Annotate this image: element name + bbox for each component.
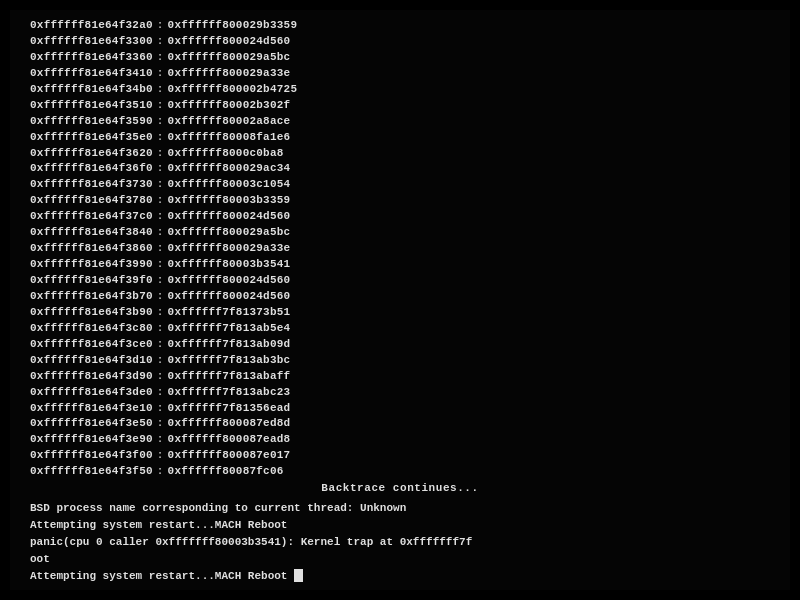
- memory-line: 0xffffff81e64f3620 : 0xffffff8000c0ba8: [30, 146, 770, 162]
- memory-value: 0xffffff7f813ab5e4: [168, 321, 291, 337]
- memory-address: 0xffffff81e64f3e50: [30, 416, 153, 432]
- memory-value: 0xffffff80008fa1e6: [168, 130, 291, 146]
- memory-address: 0xffffff81e64f3730: [30, 177, 153, 193]
- memory-value: 0xffffff80087fc06: [168, 464, 284, 480]
- memory-value: 0xffffff7f81356ead: [168, 401, 291, 417]
- memory-line: 0xffffff81e64f3300 : 0xffffff800024d560: [30, 34, 770, 50]
- memory-address: 0xffffff81e64f3620: [30, 146, 153, 162]
- memory-address: 0xffffff81e64f3300: [30, 34, 153, 50]
- memory-line: 0xffffff81e64f3d10 : 0xffffff7f813ab3bc: [30, 353, 770, 369]
- backtrace-continues: Backtrace continues...: [30, 482, 770, 494]
- memory-address: 0xffffff81e64f3b90: [30, 305, 153, 321]
- memory-address: 0xffffff81e64f32a0: [30, 18, 153, 34]
- memory-address: 0xffffff81e64f3e10: [30, 401, 153, 417]
- system-messages-section: BSD process name corresponding to curren…: [30, 500, 770, 585]
- memory-address: 0xffffff81e64f36f0: [30, 161, 153, 177]
- memory-line: 0xffffff81e64f3f00 : 0xffffff800087e017: [30, 448, 770, 464]
- memory-dump-section: 0xffffff81e64f32a0 : 0xffffff800029b3359…: [30, 18, 770, 480]
- memory-line: 0xffffff81e64f37c0 : 0xffffff800024d560: [30, 209, 770, 225]
- terminal-cursor: [294, 569, 303, 582]
- memory-value: 0xffffff800024d560: [168, 289, 291, 305]
- memory-line: 0xffffff81e64f3840 : 0xffffff800029a5bc: [30, 225, 770, 241]
- memory-line: 0xffffff81e64f3c80 : 0xffffff7f813ab5e4: [30, 321, 770, 337]
- memory-address: 0xffffff81e64f3840: [30, 225, 153, 241]
- memory-value: 0xffffff80002a8ace: [168, 114, 291, 130]
- memory-value: 0xffffff800087e017: [168, 448, 291, 464]
- memory-line: 0xffffff81e64f3860 : 0xffffff800029a33e: [30, 241, 770, 257]
- memory-line: 0xffffff81e64f32a0 : 0xffffff800029b3359: [30, 18, 770, 34]
- memory-value: 0xffffff7f81373b51: [168, 305, 291, 321]
- memory-address: 0xffffff81e64f3f50: [30, 464, 153, 480]
- memory-address: 0xffffff81e64f3780: [30, 193, 153, 209]
- memory-address: 0xffffff81e64f3360: [30, 50, 153, 66]
- memory-address: 0xffffff81e64f34b0: [30, 82, 153, 98]
- memory-address: 0xffffff81e64f3de0: [30, 385, 153, 401]
- memory-value: 0xffffff80003b3541: [168, 257, 291, 273]
- memory-address: 0xffffff81e64f35e0: [30, 130, 153, 146]
- memory-address: 0xffffff81e64f3ce0: [30, 337, 153, 353]
- memory-line: 0xffffff81e64f3b90 : 0xffffff7f81373b51: [30, 305, 770, 321]
- memory-line: 0xffffff81e64f3f50 : 0xffffff80087fc06: [30, 464, 770, 480]
- memory-value: 0xffffff800024d560: [168, 273, 291, 289]
- memory-address: 0xffffff81e64f3c80: [30, 321, 153, 337]
- memory-line: 0xffffff81e64f3de0 : 0xffffff7f813abc23: [30, 385, 770, 401]
- memory-line: 0xffffff81e64f3730 : 0xffffff80003c1054: [30, 177, 770, 193]
- memory-value: 0xffffff800002b4725: [168, 82, 298, 98]
- memory-value: 0xffffff800087ead8: [168, 432, 291, 448]
- memory-value: 0xffffff800029ac34: [168, 161, 291, 177]
- memory-value: 0xffffff800029b3359: [168, 18, 298, 34]
- memory-value: 0xffffff7f813abc23: [168, 385, 291, 401]
- memory-value: 0xffffff800087ed8d: [168, 416, 291, 432]
- memory-line: 0xffffff81e64f3510 : 0xffffff80002b302f: [30, 98, 770, 114]
- memory-line: 0xffffff81e64f3780 : 0xffffff80003b3359: [30, 193, 770, 209]
- memory-line: 0xffffff81e64f3590 : 0xffffff80002a8ace: [30, 114, 770, 130]
- memory-line: 0xffffff81e64f36f0 : 0xffffff800029ac34: [30, 161, 770, 177]
- memory-address: 0xffffff81e64f3510: [30, 98, 153, 114]
- terminal-screen: 0xffffff81e64f32a0 : 0xffffff800029b3359…: [10, 10, 790, 590]
- memory-value: 0xffffff800029a5bc: [168, 225, 291, 241]
- memory-line: 0xffffff81e64f3b70 : 0xffffff800024d560: [30, 289, 770, 305]
- system-message-line: Attempting system restart...MACH Reboot: [30, 568, 770, 585]
- memory-line: 0xffffff81e64f3e50 : 0xffffff800087ed8d: [30, 416, 770, 432]
- memory-value: 0xffffff7f813ab3bc: [168, 353, 291, 369]
- memory-value: 0xffffff80002b302f: [168, 98, 291, 114]
- memory-address: 0xffffff81e64f3590: [30, 114, 153, 130]
- memory-line: 0xffffff81e64f3360 : 0xffffff800029a5bc: [30, 50, 770, 66]
- memory-address: 0xffffff81e64f3f00: [30, 448, 153, 464]
- memory-line: 0xffffff81e64f39f0 : 0xffffff800024d560: [30, 273, 770, 289]
- memory-address: 0xffffff81e64f3d10: [30, 353, 153, 369]
- memory-line: 0xffffff81e64f3990 : 0xffffff80003b3541: [30, 257, 770, 273]
- memory-value: 0xffffff80003c1054: [168, 177, 291, 193]
- memory-address: 0xffffff81e64f3860: [30, 241, 153, 257]
- memory-value: 0xffffff800024d560: [168, 34, 291, 50]
- memory-address: 0xffffff81e64f3b70: [30, 289, 153, 305]
- memory-value: 0xffffff7f813ab09d: [168, 337, 291, 353]
- memory-value: 0xffffff80003b3359: [168, 193, 291, 209]
- system-message-line: BSD process name corresponding to curren…: [30, 500, 770, 517]
- memory-line: 0xffffff81e64f3d90 : 0xffffff7f813abaff: [30, 369, 770, 385]
- memory-value: 0xffffff8000c0ba8: [168, 146, 284, 162]
- memory-address: 0xffffff81e64f39f0: [30, 273, 153, 289]
- memory-address: 0xffffff81e64f3410: [30, 66, 153, 82]
- memory-line: 0xffffff81e64f3e90 : 0xffffff800087ead8: [30, 432, 770, 448]
- memory-value: 0xffffff7f813abaff: [168, 369, 291, 385]
- memory-value: 0xffffff800029a33e: [168, 66, 291, 82]
- system-message-line: oot: [30, 551, 770, 568]
- system-message-line: Attempting system restart...MACH Reboot: [30, 517, 770, 534]
- memory-line: 0xffffff81e64f3ce0 : 0xffffff7f813ab09d: [30, 337, 770, 353]
- system-message-line: panic(cpu 0 caller 0xfffffff80003b3541):…: [30, 534, 770, 551]
- memory-address: 0xffffff81e64f37c0: [30, 209, 153, 225]
- memory-value: 0xffffff800029a33e: [168, 241, 291, 257]
- memory-address: 0xffffff81e64f3990: [30, 257, 153, 273]
- memory-address: 0xffffff81e64f3e90: [30, 432, 153, 448]
- memory-address: 0xffffff81e64f3d90: [30, 369, 153, 385]
- memory-line: 0xffffff81e64f35e0 : 0xffffff80008fa1e6: [30, 130, 770, 146]
- memory-value: 0xffffff800024d560: [168, 209, 291, 225]
- memory-value: 0xffffff800029a5bc: [168, 50, 291, 66]
- memory-line: 0xffffff81e64f3e10 : 0xffffff7f81356ead: [30, 401, 770, 417]
- memory-line: 0xffffff81e64f3410 : 0xffffff800029a33e: [30, 66, 770, 82]
- memory-line: 0xffffff81e64f34b0 : 0xffffff800002b4725: [30, 82, 770, 98]
